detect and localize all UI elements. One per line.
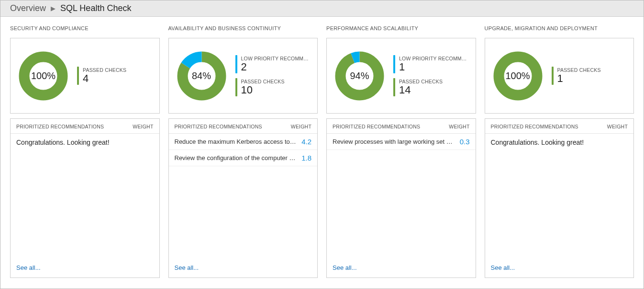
breadcrumb-root[interactable]: Overview bbox=[10, 3, 46, 13]
chevron-right-icon: ▶ bbox=[51, 5, 56, 12]
donut-chart: 100% bbox=[493, 51, 543, 101]
assessment-column: PERFORMANCE AND SCALABILITY 94% LOW PRIO… bbox=[326, 25, 476, 278]
recommendations-body: Review processes with large working set … bbox=[327, 134, 476, 258]
recommendation-text: Reduce the maximum Kerberos access token… bbox=[175, 138, 297, 145]
passed-checks-metric: PASSED CHECKS 4 bbox=[77, 67, 152, 85]
assessment-column: UPGRADE, MIGRATION AND DEPLOYMENT 100% P… bbox=[485, 25, 634, 278]
recommendation-row[interactable]: Review processes with large working set … bbox=[327, 134, 476, 150]
metric-value: 4 bbox=[83, 73, 126, 84]
recommendations-card: PRIORITIZED RECOMMENDATIONS WEIGHT Revie… bbox=[326, 118, 476, 278]
recommendations-footer: See all... bbox=[327, 258, 476, 277]
summary-card[interactable]: 84% LOW PRIORITY RECOMMENDATIO... 2 PASS… bbox=[168, 38, 318, 114]
summary-card[interactable]: 100% PASSED CHECKS 1 bbox=[485, 38, 634, 114]
see-all-link[interactable]: See all... bbox=[333, 264, 357, 271]
donut-percent-label: 100% bbox=[493, 51, 543, 101]
assessment-column: SECURITY AND COMPLIANCE 100% PASSED CHEC… bbox=[10, 25, 160, 278]
metric-value: 1 bbox=[557, 73, 601, 84]
passed-checks-metric: PASSED CHECKS 14 bbox=[393, 78, 468, 96]
metric-bar-icon bbox=[235, 55, 237, 73]
column-title: SECURITY AND COMPLIANCE bbox=[10, 25, 160, 31]
donut-chart: 100% bbox=[18, 51, 68, 101]
recommendations-body: Congratulations. Looking great! bbox=[485, 134, 634, 258]
donut-percent-label: 94% bbox=[334, 51, 385, 101]
metric-label: PASSED CHECKS bbox=[83, 67, 126, 73]
low-priority-metric: LOW PRIORITY RECOMMENDATIO... 1 bbox=[393, 55, 468, 73]
see-all-link[interactable]: See all... bbox=[491, 264, 515, 271]
recommendation-weight: 1.8 bbox=[301, 154, 311, 162]
metric-bar-icon bbox=[552, 67, 554, 85]
metric-label: PASSED CHECKS bbox=[557, 67, 601, 73]
recommendations-body: Congratulations. Looking great! bbox=[11, 134, 159, 258]
metric-value: 2 bbox=[241, 61, 310, 73]
recommendation-weight: 0.3 bbox=[460, 138, 470, 146]
weight-header-label: WEIGHT bbox=[291, 124, 311, 129]
metric-label: LOW PRIORITY RECOMMENDATIO... bbox=[399, 56, 468, 61]
recommendations-header: PRIORITIZED RECOMMENDATIONS WEIGHT bbox=[169, 119, 318, 134]
weight-header-label: WEIGHT bbox=[133, 124, 153, 129]
low-priority-metric: LOW PRIORITY RECOMMENDATIO... 2 bbox=[235, 55, 310, 73]
weight-header-label: WEIGHT bbox=[607, 124, 628, 129]
metric-value: 1 bbox=[399, 61, 468, 73]
recommendations-empty-message: Congratulations. Looking great! bbox=[11, 134, 159, 151]
recs-header-label: PRIORITIZED RECOMMENDATIONS bbox=[491, 124, 578, 129]
recs-header-label: PRIORITIZED RECOMMENDATIONS bbox=[16, 124, 104, 129]
metrics-group: PASSED CHECKS 4 bbox=[77, 67, 152, 85]
column-title: PERFORMANCE AND SCALABILITY bbox=[326, 25, 476, 31]
metrics-group: LOW PRIORITY RECOMMENDATIO... 2 PASSED C… bbox=[235, 55, 310, 96]
recommendations-footer: See all... bbox=[169, 258, 318, 277]
donut-chart: 84% bbox=[177, 51, 227, 101]
page-title: SQL Health Check bbox=[60, 3, 131, 13]
breadcrumb: Overview ▶ SQL Health Check bbox=[0, 0, 644, 17]
column-title: UPGRADE, MIGRATION AND DEPLOYMENT bbox=[485, 25, 634, 31]
metric-bar-icon bbox=[393, 78, 395, 96]
recs-header-label: PRIORITIZED RECOMMENDATIONS bbox=[333, 124, 420, 129]
metric-value: 14 bbox=[399, 84, 443, 96]
metric-bar-icon bbox=[393, 55, 395, 73]
recommendations-header: PRIORITIZED RECOMMENDATIONS WEIGHT bbox=[485, 119, 634, 134]
recommendation-row[interactable]: Reduce the maximum Kerberos access token… bbox=[169, 134, 318, 150]
column-title: AVAILABILITY AND BUSINESS CONTINUITY bbox=[168, 25, 318, 31]
recommendations-body: Reduce the maximum Kerberos access token… bbox=[169, 134, 318, 258]
metric-bar-icon bbox=[77, 67, 79, 85]
recommendations-footer: See all... bbox=[485, 258, 634, 277]
summary-card[interactable]: 100% PASSED CHECKS 4 bbox=[10, 38, 160, 114]
donut-percent-label: 100% bbox=[18, 51, 68, 101]
metrics-group: PASSED CHECKS 1 bbox=[552, 67, 626, 85]
recommendations-card: PRIORITIZED RECOMMENDATIONS WEIGHTCongra… bbox=[485, 118, 634, 278]
donut-chart: 94% bbox=[334, 51, 385, 101]
weight-header-label: WEIGHT bbox=[449, 124, 469, 129]
recs-header-label: PRIORITIZED RECOMMENDATIONS bbox=[175, 124, 262, 129]
passed-checks-metric: PASSED CHECKS 1 bbox=[552, 67, 626, 85]
metrics-group: LOW PRIORITY RECOMMENDATIO... 1 PASSED C… bbox=[393, 55, 468, 96]
assessment-column: AVAILABILITY AND BUSINESS CONTINUITY 84%… bbox=[168, 25, 318, 278]
metric-value: 10 bbox=[241, 84, 285, 96]
recommendations-header: PRIORITIZED RECOMMENDATIONS WEIGHT bbox=[327, 119, 476, 134]
recommendation-text: Review the configuration of the computer… bbox=[175, 154, 297, 162]
metric-bar-icon bbox=[235, 78, 237, 96]
recommendations-card: PRIORITIZED RECOMMENDATIONS WEIGHT Reduc… bbox=[168, 118, 318, 278]
recommendations-footer: See all... bbox=[11, 258, 159, 277]
recommendation-weight: 4.2 bbox=[301, 138, 311, 146]
passed-checks-metric: PASSED CHECKS 10 bbox=[235, 78, 310, 96]
see-all-link[interactable]: See all... bbox=[175, 264, 199, 271]
summary-card[interactable]: 94% LOW PRIORITY RECOMMENDATIO... 1 PASS… bbox=[326, 38, 476, 114]
donut-percent-label: 84% bbox=[177, 51, 227, 101]
see-all-link[interactable]: See all... bbox=[16, 264, 41, 271]
recommendations-card: PRIORITIZED RECOMMENDATIONS WEIGHTCongra… bbox=[10, 118, 160, 278]
recommendation-text: Review processes with large working set … bbox=[333, 138, 455, 145]
metric-label: LOW PRIORITY RECOMMENDATIO... bbox=[241, 56, 310, 61]
recommendation-row[interactable]: Review the configuration of the computer… bbox=[169, 150, 318, 166]
recommendations-empty-message: Congratulations. Looking great! bbox=[485, 134, 634, 151]
recommendations-header: PRIORITIZED RECOMMENDATIONS WEIGHT bbox=[11, 119, 159, 134]
